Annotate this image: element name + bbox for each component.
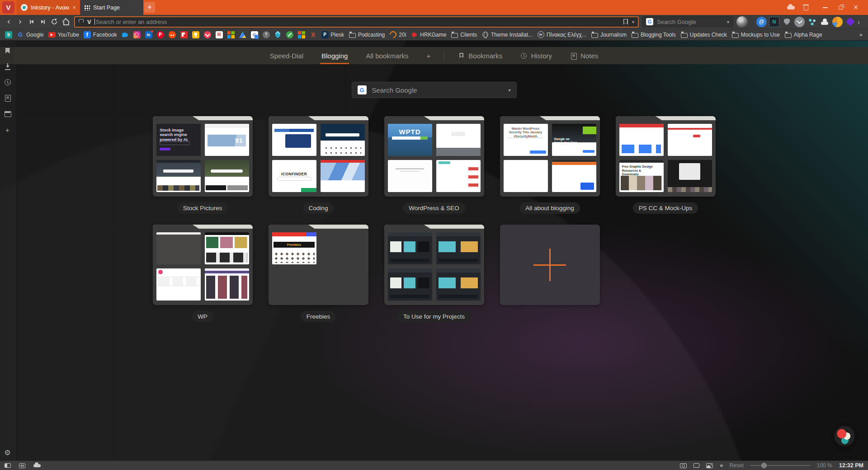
dial-folder-tile[interactable] [384,225,484,305]
bookmark-item-greenlink[interactable] [284,30,296,40]
sync-cloud-icon[interactable] [783,0,798,15]
windows-panel-icon[interactable] [4,110,11,118]
bookmarks-panel-icon[interactable] [4,47,11,54]
bookmark-item-pocket[interactable] [202,30,213,40]
bookmark-item-reddit[interactable] [166,30,178,40]
toggle-panel-icon[interactable] [5,463,11,468]
purple-cube-extension-icon[interactable] [845,17,855,27]
zoom-reset-button[interactable]: Reset [729,462,743,469]
startpage-panel-history[interactable]: History [519,47,553,64]
search-engine-dropdown-icon[interactable]: ▾ [727,19,729,24]
bookmark-item-linkedin[interactable]: in [143,30,155,40]
close-button[interactable]: × [848,0,863,15]
bookmark-item-Podcasting[interactable]: Podcasting [346,30,387,40]
notes-panel-icon[interactable] [4,94,11,102]
swirl-extension-icon[interactable] [832,17,843,27]
tab-tiling-icon[interactable] [19,463,25,468]
bookmark-item-office[interactable] [296,30,307,40]
bookmark-item-flipboard[interactable] [178,30,190,40]
shield-extension-icon[interactable] [782,17,792,27]
bookmark-item-Mockups to Use[interactable]: Mockups to Use [729,30,782,40]
page-actions-icon[interactable]: ‹› [720,462,722,469]
bookmark-item-Journalism[interactable]: Journalism [589,30,629,40]
bookmark-item-HRKGame[interactable]: HRKGame [408,30,448,40]
maximize-button[interactable] [833,0,848,15]
toggle-images-icon[interactable] [706,463,713,468]
bookmark-item-drive[interactable] [237,30,249,40]
floating-action-button[interactable] [834,425,855,447]
dial-folder-tile[interactable]: ICONFINDER [269,116,368,197]
add-speed-dial-button[interactable] [500,225,600,305]
rewind-button[interactable] [26,16,37,28]
bookmark-item-translate[interactable]: G [249,30,260,40]
vivaldi-menu-button[interactable]: V [2,1,14,14]
startpage-panel-bookmarks[interactable]: Bookmarks [457,47,504,64]
dial-folder-tile[interactable]: Master WordPress Security This January #… [500,116,600,197]
notion-clipper-extension-icon[interactable]: N [769,17,779,27]
zoom-slider-knob[interactable] [761,463,767,468]
settings-gear-icon[interactable]: ⚙ [4,449,11,456]
dial-folder-tile[interactable] [153,225,253,305]
reload-button[interactable] [48,16,60,28]
molecule-extension-icon[interactable] [807,17,817,27]
dial-folder-tile[interactable]: Free Graphic Design Resources & Download… [616,116,716,197]
add-web-panel-icon[interactable]: + [4,126,11,133]
minimize-button[interactable] [817,0,833,15]
tab-close-icon[interactable]: × [72,4,76,11]
bookmark-item-YouTube[interactable]: YouTube [46,30,81,40]
bookmark-item-Πίνακας Ελέγχ...[interactable]: WΠίνακας Ελέγχ... [535,30,589,40]
startpage-tab-blogging[interactable]: Blogging [320,47,349,64]
bookmark-item-20i[interactable]: 20i [387,30,408,40]
search-dropdown-icon[interactable]: ▾ [508,88,510,93]
dial-folder-tile[interactable]: Freebies [269,225,368,305]
bookmark-item-Blogging Tools[interactable]: Blogging Tools [629,30,678,40]
bookmarks-overflow-icon[interactable]: » [857,31,865,38]
bookmark-item-Plesk[interactable]: PPlesk [319,30,346,40]
startpage-tab-all-bookmarks[interactable]: All bookmarks [364,47,410,64]
history-panel-icon[interactable] [4,79,11,86]
zoom-slider[interactable] [750,465,810,466]
tracker-shield-icon[interactable] [79,19,84,25]
bookmark-item-instagram[interactable] [131,30,143,40]
closed-tabs-trash-icon[interactable] [798,0,814,15]
start-page-search-field[interactable]: G Search Google ▾ [352,82,517,98]
forward-button[interactable]: › [14,16,26,28]
bookmark-item-gmail[interactable]: M [213,30,225,40]
bookmark-item-help[interactable]: ? [260,30,272,40]
back-button[interactable]: ‹ [3,16,14,28]
profile-avatar[interactable] [736,16,748,28]
bookmark-item-layers[interactable] [272,30,284,40]
bookmark-item-keep[interactable] [190,30,202,40]
dial-folder-tile[interactable]: Stock image search engine powered by AI.… [153,116,253,197]
bookmark-item-twitter[interactable] [119,30,131,40]
downloads-panel-icon[interactable] [4,63,11,70]
pocket-extension-icon[interactable] [794,17,805,27]
bookmark-item-bing[interactable]: b [3,30,14,40]
startpage-tab-[interactable]: + [425,47,432,64]
startpage-panel-notes[interactable]: Notes [569,47,599,64]
toolbar-search-field[interactable]: G Search Google ▾ [642,16,733,27]
collapse-extensions-icon[interactable]: ‹ [858,18,865,26]
bookmark-item-Facebook[interactable]: fFacebook [81,30,119,40]
capture-page-icon[interactable] [680,463,687,468]
startpage-tab-speed-dial[interactable]: Speed-Dial [269,47,305,64]
new-tab-button[interactable]: + [144,2,155,13]
at-extension-icon[interactable]: @ [756,17,767,27]
bookmark-item-Theme Installat...[interactable]: Theme Installat... [479,30,535,40]
bookmark-page-icon[interactable] [623,19,628,25]
fast-forward-button[interactable] [37,16,48,28]
bookmark-item-microsoft[interactable] [225,30,237,40]
address-dropdown-icon[interactable]: ▾ [632,19,634,24]
home-button[interactable] [60,16,71,28]
bookmark-item-Clients[interactable]: Clients [448,30,479,40]
bookmark-item-redx[interactable]: X [307,30,319,40]
bookmark-item-pinterest[interactable]: P [155,30,166,40]
dial-folder-tile[interactable]: WPTD [384,116,484,197]
capture-area-icon[interactable] [693,463,699,468]
bookmark-item-Updates Check[interactable]: Updates Check [678,30,729,40]
cloud-extension-icon[interactable] [820,17,830,27]
bookmark-item-Alpha Rage[interactable]: Alpha Rage [782,30,825,40]
address-field[interactable]: V Search or enter an address ▾ [74,16,639,28]
bookmark-item-Google[interactable]: GGoogle [14,30,46,40]
tab-inkstory[interactable]: Inkstory - Ανακάλυψε την × [17,0,80,15]
